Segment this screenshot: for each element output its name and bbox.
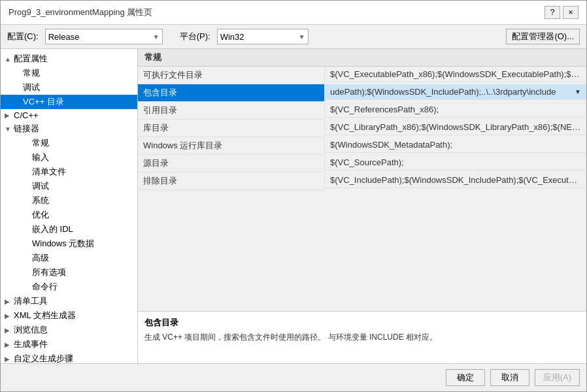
content-area: ▲ 配置属性 常规调试VC++ 目录▶C/C++▼链接器常规输入清单文件调试系统… (1, 49, 586, 363)
title-buttons: ? × (545, 6, 579, 19)
section-header: 常规 (138, 49, 586, 67)
tree-expand-icon: ▶ (5, 355, 14, 363)
tree-item-label: 系统 (32, 195, 49, 206)
confirm-button[interactable]: 确定 (446, 369, 485, 386)
tree-item-browse_info[interactable]: ▶浏览信息 (1, 323, 137, 337)
platform-dropdown-arrow: ▼ (299, 33, 305, 41)
cancel-button[interactable]: 取消 (490, 369, 529, 386)
footer: 确定 取消 应用(A) (1, 363, 586, 391)
tree-item-linker_optimize[interactable]: 优化 (1, 208, 137, 222)
tree-item-label: 输入 (32, 152, 49, 163)
tree-item-label: 清单工具 (14, 295, 48, 307)
tree-expand-icon: ▶ (5, 341, 14, 348)
tree-item-label: 调试 (23, 82, 40, 93)
platform-value: Win32 (220, 32, 244, 42)
dialog-title: Prog9_3_environmentMapping 属性页 (8, 7, 152, 18)
tree-item-linker_input[interactable]: 输入 (1, 150, 137, 165)
tree-item-label: 浏览信息 (14, 324, 48, 336)
tree-item-label: XML 文档生成器 (14, 310, 76, 321)
tree-item-linker_cmd[interactable]: 命令行 (1, 280, 137, 294)
properties-dialog: Prog9_3_environmentMapping 属性页 ? × 配置(C)… (0, 0, 587, 392)
tree-item-clean_tool[interactable]: ▶清单工具 (1, 294, 137, 308)
description-title: 包含目录 (144, 317, 580, 329)
tree-item-label: Windows 元数据 (32, 238, 94, 250)
root-expand-icon: ▲ (5, 56, 14, 63)
tree-item-label: 调试 (32, 180, 49, 192)
props-name-lib_path: 库目录 (138, 120, 325, 137)
title-bar: Prog9_3_environmentMapping 属性页 ? × (1, 1, 586, 25)
tree-item-general[interactable]: 常规 (1, 66, 137, 80)
tree-item-label: C/C++ (14, 110, 39, 120)
config-value: Release (48, 32, 80, 42)
tree-expand-icon: ▶ (5, 327, 14, 334)
tree-item-label: 优化 (32, 209, 49, 221)
tree-item-label: 常规 (32, 137, 49, 149)
props-value-text-include_path: udePath);$(WindowsSDK_IncludePath);..\..… (330, 87, 572, 97)
tree-item-linker_winmeta[interactable]: Windows 元数据 (1, 237, 137, 251)
props-value-ref_path: $(VC_ReferencesPath_x86); (325, 102, 586, 118)
tree-item-linker_system[interactable]: 系统 (1, 193, 137, 208)
tree-expand-icon: ▶ (5, 298, 14, 305)
tree-item-linker[interactable]: ▼链接器 (1, 122, 137, 136)
tree-item-debug[interactable]: 调试 (1, 80, 137, 95)
tree-expand-icon: ▼ (5, 125, 14, 133)
tree-item-linker_debug[interactable]: 调试 (1, 179, 137, 193)
tree-expand-icon: ▶ (5, 112, 14, 119)
tree-item-label: 链接器 (14, 123, 39, 135)
tree-item-build_events[interactable]: ▶生成事件 (1, 337, 137, 351)
props-row-ref_path[interactable]: 引用目录$(VC_ReferencesPath_x86); (138, 102, 586, 120)
tree-item-linker_idl[interactable]: 嵌入的 IDL (1, 222, 137, 237)
tree-expand-icon: ▶ (5, 312, 14, 319)
tree-items: 常规调试VC++ 目录▶C/C++▼链接器常规输入清单文件调试系统优化嵌入的 I… (1, 66, 137, 363)
tree-item-label: 自定义生成步骤 (14, 353, 73, 363)
props-value-text-lib_path: $(VC_LibraryPath_x86);$(WindowsSDK_Libra… (330, 122, 581, 132)
props-name-exclude_path: 排除目录 (138, 172, 325, 190)
tree-panel: ▲ 配置属性 常规调试VC++ 目录▶C/C++▼链接器常规输入清单文件调试系统… (1, 49, 138, 363)
tree-root[interactable]: ▲ 配置属性 (1, 52, 137, 66)
tree-item-custom_build[interactable]: ▶自定义生成步骤 (1, 351, 137, 363)
config-dropdown-arrow: ▼ (153, 33, 159, 41)
props-name-ref_path: 引用目录 (138, 102, 325, 120)
props-name-exec_path: 可执行文件目录 (138, 67, 325, 84)
props-name-win_runtime: Windows 运行库目录 (138, 137, 325, 155)
props-table: 可执行文件目录$(VC_ExecutablePath_x86);$(Window… (138, 67, 586, 190)
close-button[interactable]: × (563, 6, 579, 19)
tree-item-label: 命令行 (32, 281, 58, 293)
apply-button[interactable]: 应用(A) (535, 369, 580, 386)
props-row-source_path[interactable]: 源目录$(VC_SourcePath); (138, 155, 586, 172)
props-tbody: 可执行文件目录$(VC_ExecutablePath_x86);$(Window… (138, 67, 586, 190)
tree-item-linker_manifest[interactable]: 清单文件 (1, 165, 137, 179)
tree-item-label: 嵌入的 IDL (32, 223, 73, 235)
config-label: 配置(C): (7, 31, 39, 42)
tree-item-linker_all[interactable]: 所有选项 (1, 265, 137, 280)
props-value-text-win_runtime: $(WindowsSDK_MetadataPath); (330, 140, 581, 150)
tree-item-cpp[interactable]: ▶C/C++ (1, 109, 137, 122)
props-row-win_runtime[interactable]: Windows 运行库目录$(WindowsSDK_MetadataPath); (138, 137, 586, 155)
props-row-exclude_path[interactable]: 排除目录$(VC_IncludePath);$(WindowsSDK_Inclu… (138, 172, 586, 190)
platform-label: 平台(P): (180, 31, 210, 42)
props-section: 常规 可执行文件目录$(VC_ExecutablePath_x86);$(Win… (138, 49, 586, 311)
tree-item-linker_advanced[interactable]: 高级 (1, 251, 137, 265)
props-dropdown-icon[interactable]: ▼ (575, 88, 581, 95)
config-bar: 配置(C): Release ▼ 平台(P): Win32 ▼ 配置管理器(O)… (1, 25, 586, 49)
props-row-lib_path[interactable]: 库目录$(VC_LibraryPath_x86);$(WindowsSDK_Li… (138, 120, 586, 137)
tree-item-label: VC++ 目录 (23, 96, 64, 108)
platform-dropdown[interactable]: Win32 ▼ (217, 29, 309, 44)
tree-item-xml_gen[interactable]: ▶XML 文档生成器 (1, 308, 137, 323)
props-value-text-exclude_path: $(VC_IncludePath);$(WindowsSDK_IncludePa… (330, 175, 581, 185)
config-dropdown[interactable]: Release ▼ (45, 29, 163, 44)
props-value-lib_path: $(VC_LibraryPath_x86);$(WindowsSDK_Libra… (325, 120, 586, 135)
tree-item-label: 高级 (32, 252, 49, 264)
tree-item-label: 所有选项 (32, 267, 66, 278)
help-button[interactable]: ? (545, 6, 560, 19)
tree-root-label: 配置属性 (14, 53, 48, 65)
tree-item-linker_general[interactable]: 常规 (1, 136, 137, 150)
props-row-include_path[interactable]: 包含目录udePath);$(WindowsSDK_IncludePath);.… (138, 84, 586, 102)
props-value-win_runtime: $(WindowsSDK_MetadataPath); (325, 137, 586, 153)
config-manager-button[interactable]: 配置管理器(O)... (506, 29, 580, 44)
props-value-text-ref_path: $(VC_ReferencesPath_x86); (330, 105, 581, 114)
description-text: 生成 VC++ 项目期间，搜索包含文件时使用的路径。 与环境变量 INCLUDE… (144, 331, 580, 344)
props-value-exclude_path: $(VC_IncludePath);$(WindowsSDK_IncludePa… (325, 172, 586, 188)
tree-item-vcpp_dirs[interactable]: VC++ 目录 (1, 95, 137, 109)
props-row-exec_path[interactable]: 可执行文件目录$(VC_ExecutablePath_x86);$(Window… (138, 67, 586, 84)
